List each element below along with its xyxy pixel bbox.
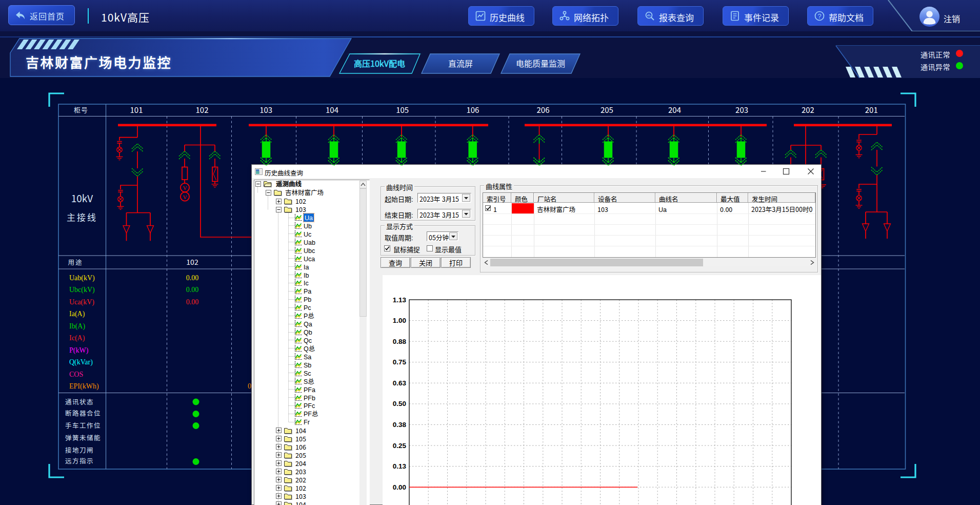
svg-text:断路器合位: 断路器合位 (65, 408, 101, 418)
svg-text:101: 101 (130, 104, 143, 115)
svg-text:EPI(kWh): EPI(kWh) (69, 382, 99, 391)
svg-text:105: 105 (396, 104, 409, 115)
svg-text:204: 204 (668, 104, 681, 115)
svg-text:0.25: 0.25 (393, 442, 407, 450)
svg-text:106: 106 (466, 104, 479, 115)
svg-text:10kV: 10kV (71, 191, 93, 205)
svg-text:0.00: 0.00 (186, 286, 199, 294)
svg-text:0.00: 0.00 (393, 483, 406, 491)
svg-text:接地刀闸: 接地刀闸 (65, 445, 94, 455)
svg-text:0.50: 0.50 (393, 400, 406, 407)
svg-text:201: 201 (865, 104, 878, 115)
svg-text:103: 103 (259, 104, 272, 115)
svg-text:COS: COS (69, 371, 83, 378)
svg-text:102: 102 (196, 104, 209, 115)
svg-text:P(kW): P(kW) (69, 346, 89, 355)
svg-text:主接线: 主接线 (67, 210, 97, 223)
svg-text:Uca(kV): Uca(kV) (69, 298, 94, 306)
svg-text:Ubc(kV): Ubc(kV) (69, 286, 95, 294)
svg-text:V: V (183, 185, 187, 191)
svg-text:远方指示: 远方指示 (65, 456, 94, 465)
svg-text:0.00: 0.00 (186, 274, 199, 282)
svg-text:柜号: 柜号 (74, 105, 88, 114)
svg-text:1.13: 1.13 (393, 296, 407, 304)
svg-text:手车工作位: 手车工作位 (65, 420, 101, 430)
svg-text:Q(kVar): Q(kVar) (69, 358, 93, 366)
svg-text:206: 206 (537, 104, 550, 115)
svg-text:202: 202 (802, 104, 814, 115)
svg-text:0.13: 0.13 (393, 462, 407, 470)
svg-text:0.88: 0.88 (393, 338, 407, 345)
svg-text:0.75: 0.75 (393, 358, 407, 366)
svg-text:Ib(A): Ib(A) (69, 322, 85, 331)
svg-text:1.00: 1.00 (393, 317, 406, 324)
svg-text:0.00: 0.00 (186, 298, 199, 306)
svg-text:弹簧未储能: 弹簧未储能 (65, 433, 101, 442)
svg-text:Ic(A): Ic(A) (69, 334, 85, 342)
svg-text:0.63: 0.63 (393, 379, 407, 387)
svg-text:104: 104 (326, 104, 338, 115)
svg-text:205: 205 (601, 104, 613, 115)
svg-text:V: V (183, 194, 187, 200)
svg-text:Ia(A): Ia(A) (69, 310, 85, 318)
svg-text:203: 203 (735, 104, 748, 115)
svg-text:通讯状态: 通讯状态 (65, 397, 94, 406)
svg-text:Uab(kV): Uab(kV) (69, 274, 95, 282)
svg-text:0.38: 0.38 (393, 421, 407, 429)
svg-text:用途: 用途 (68, 257, 83, 267)
svg-text:102: 102 (186, 257, 198, 267)
